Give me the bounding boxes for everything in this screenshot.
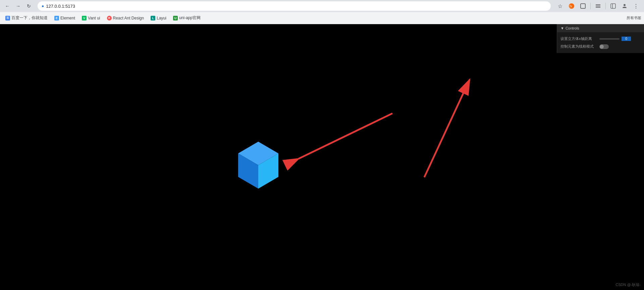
element-label: Element (60, 16, 75, 20)
svg-point-8 (624, 4, 626, 6)
watermark-text: CSDN @-耿瑞- (615, 283, 641, 287)
address-bar[interactable]: ● 127.0.0.1:5173 (38, 1, 551, 11)
wireframe-toggle[interactable] (599, 44, 609, 49)
browser-toolbar-right: ☆ fx ⋮ (555, 1, 641, 11)
page-content: ▼ Controls 设置立方体x轴距离 0 控制元素为线框模式 CSDN @-… (0, 24, 644, 290)
bookmark-layui[interactable]: L Layui (148, 14, 169, 22)
svg-rect-3 (596, 4, 600, 5)
x-distance-value: 0 (622, 37, 631, 41)
uniapp-label: uni-app官网 (179, 15, 201, 21)
bookmark-uniapp[interactable]: U uni-app官网 (170, 14, 203, 22)
layui-icon: L (151, 16, 155, 20)
controls-panel: ▼ Controls 设置立方体x轴距离 0 控制元素为线框模式 (557, 24, 644, 53)
watermark: CSDN @-耿瑞- (615, 282, 641, 287)
sidebar-button[interactable] (608, 1, 619, 11)
bookmark-vant[interactable]: V Vant ui (79, 14, 103, 22)
reload-button[interactable]: ↻ (24, 1, 34, 11)
react-ant-label: React Ant Design (113, 16, 144, 20)
arrows-overlay (0, 24, 644, 290)
x-distance-label: 设置立方体x轴距离 (560, 36, 597, 41)
bookmark-baidu[interactable]: 百 百度一下，你就知道 (3, 14, 50, 22)
toolbar-divider2 (605, 3, 606, 9)
svg-rect-4 (596, 6, 600, 6)
ext1-button[interactable]: fx (566, 1, 577, 11)
svg-text:fx: fx (570, 4, 572, 8)
toolbar-divider (590, 3, 591, 9)
all-bookmarks-button[interactable]: 所有书签 (627, 15, 641, 20)
layui-label: Layui (157, 16, 166, 20)
cube-3d (235, 138, 282, 195)
uniapp-icon: U (173, 16, 178, 20)
star-button[interactable]: ☆ (555, 1, 566, 11)
vant-label: Vant ui (88, 16, 100, 20)
profile-button[interactable] (619, 1, 630, 11)
ext2-button[interactable] (578, 1, 588, 11)
svg-rect-6 (611, 4, 615, 8)
controls-title: Controls (566, 26, 579, 30)
customize-button[interactable] (593, 1, 603, 11)
element-icon: E (54, 16, 59, 20)
bookmarks-bar: 百 百度一下，你就知道 E Element V Vant ui R React … (0, 12, 644, 24)
browser-chrome: ← → ↻ ● 127.0.0.1:5173 ☆ fx (0, 0, 644, 290)
browser-titlebar: ← → ↻ ● 127.0.0.1:5173 ☆ fx (0, 0, 644, 12)
bookmarks-right: 所有书签 (627, 15, 641, 20)
secure-icon: ● (42, 4, 44, 8)
svg-line-14 (299, 113, 392, 159)
svg-line-15 (424, 80, 470, 177)
react-ant-icon: R (107, 16, 112, 20)
back-button[interactable]: ← (3, 1, 12, 11)
controls-row-x-distance: 设置立方体x轴距离 0 (557, 35, 644, 43)
controls-collapse-icon: ▼ (560, 26, 564, 30)
wireframe-label: 控制元素为线框模式 (560, 44, 597, 49)
baidu-icon: 百 (5, 16, 10, 20)
controls-header[interactable]: ▼ Controls (557, 24, 644, 32)
svg-rect-5 (596, 7, 600, 8)
url-text: 127.0.0.1:5173 (46, 4, 547, 9)
x-distance-slider[interactable] (599, 38, 620, 40)
bookmark-element[interactable]: E Element (52, 14, 78, 22)
vant-icon: V (82, 16, 87, 20)
baidu-label: 百度一下，你就知道 (11, 15, 48, 21)
menu-button[interactable]: ⋮ (631, 1, 641, 11)
controls-row-wireframe: 控制元素为线框模式 (557, 43, 644, 50)
controls-body: 设置立方体x轴距离 0 控制元素为线框模式 (557, 32, 644, 53)
forward-button[interactable]: → (13, 1, 23, 11)
svg-rect-2 (581, 4, 585, 8)
bookmark-react-ant[interactable]: R React Ant Design (104, 14, 147, 22)
